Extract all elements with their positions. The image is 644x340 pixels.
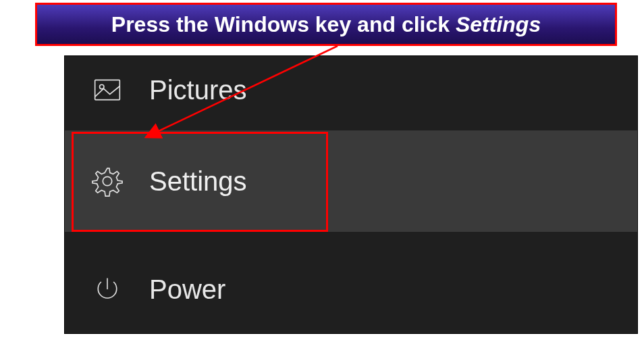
menu-item-power[interactable]: Power	[65, 259, 637, 320]
gear-icon	[65, 166, 149, 197]
instruction-prefix: Press the Windows key and click	[111, 12, 456, 37]
pictures-label: Pictures	[149, 75, 247, 105]
pictures-icon	[65, 75, 149, 105]
menu-item-pictures[interactable]: Pictures	[65, 63, 637, 117]
menu-item-settings[interactable]: Settings	[65, 130, 637, 232]
svg-point-2	[103, 176, 111, 185]
instruction-emphasis: Settings	[456, 12, 541, 37]
power-icon	[65, 274, 149, 304]
instruction-banner: Press the Windows key and click Settings	[35, 3, 617, 46]
power-label: Power	[149, 274, 225, 305]
instruction-text: Press the Windows key and click Settings	[111, 12, 541, 37]
start-menu-panel: Pictures Settings Power	[64, 55, 638, 334]
settings-label: Settings	[149, 166, 247, 197]
